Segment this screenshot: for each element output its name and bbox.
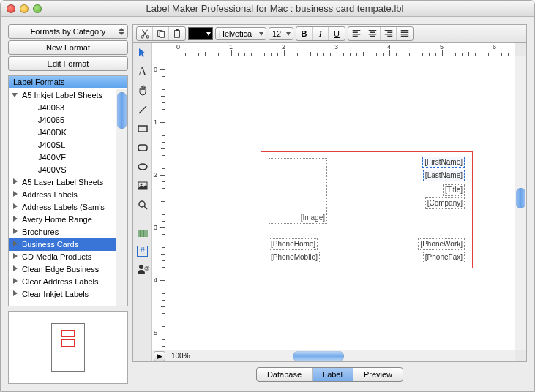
align-center-button[interactable] (364, 27, 381, 40)
edit-format-button[interactable]: Edit Format (8, 56, 128, 71)
ruler-corner (152, 43, 165, 56)
tree-item-label: Business Cards (22, 240, 78, 249)
new-format-button[interactable]: New Format (8, 40, 128, 55)
hand-tool[interactable] (136, 84, 149, 97)
oval-tool[interactable] (136, 160, 149, 173)
formats-by-category-dropdown[interactable]: Formats by Category (8, 24, 128, 39)
svg-line-13 (144, 206, 147, 209)
text-tool[interactable]: A (136, 65, 149, 78)
right-panel: Helvetica 12 B I U A (132, 24, 527, 384)
canvas[interactable]: [Image] [PhoneHome][PhoneMobile][FirstNa… (165, 56, 515, 350)
tree-item[interactable]: J40063 (9, 102, 116, 114)
font-select[interactable]: Helvetica (215, 27, 266, 40)
text-toolbar: Helvetica 12 B I U (132, 24, 527, 43)
tree-item-label: Brochures (22, 227, 59, 236)
tab-preview[interactable]: Preview (353, 368, 403, 381)
tree-item[interactable]: Business Cards (9, 238, 116, 251)
barcode-tool[interactable] (136, 227, 149, 240)
pointer-tool[interactable] (136, 46, 149, 59)
tree-item[interactable]: J40065 (9, 114, 116, 127)
hscroll-thumb[interactable] (293, 351, 344, 361)
canvas-wrap: 0123456 012345 [Image] [PhoneHome][Phone… (152, 43, 526, 361)
tab-database[interactable]: Database (257, 368, 313, 381)
tree-item[interactable]: J400DK (9, 127, 116, 139)
tree-item[interactable]: J400VF (9, 151, 116, 164)
align-justify-button[interactable] (397, 27, 413, 40)
tree-item[interactable]: Address Labels (9, 189, 116, 201)
tree-item[interactable]: CD Media Products (9, 251, 116, 263)
window-title: Label Maker Professional for Mac : busin… (50, 3, 528, 14)
hscroll-track[interactable] (198, 351, 512, 361)
tree-item-label: Clear Inkjet Labels (22, 290, 89, 298)
minimize-icon[interactable] (20, 4, 29, 13)
underline-button[interactable]: U (329, 27, 345, 40)
roundrect-tool[interactable] (136, 141, 149, 154)
merge-field[interactable]: [PhoneHome] (269, 238, 318, 250)
tree-item[interactable]: Clear Address Labels (9, 276, 116, 288)
left-panel: Formats by Category New Format Edit Form… (8, 24, 128, 384)
tree-item[interactable]: J400SL (9, 139, 116, 151)
serial-tool[interactable]: # (137, 246, 148, 257)
zoom-mode-button[interactable]: ▶ (154, 351, 165, 361)
copy-button[interactable] (153, 27, 169, 40)
svg-rect-8 (138, 145, 147, 151)
ruler-vertical: 012345 (152, 56, 165, 361)
style-group: B I U (296, 26, 345, 41)
paste-button[interactable] (169, 27, 185, 40)
label-card[interactable]: [Image] [PhoneHome][PhoneMobile][FirstNa… (261, 151, 473, 268)
tree-item[interactable]: Clean Edge Business (9, 263, 116, 276)
contact-tool[interactable]: @ (136, 263, 149, 276)
image-tool[interactable] (136, 179, 149, 192)
close-icon[interactable] (7, 4, 15, 13)
merge-field[interactable]: [FirstName] (422, 157, 465, 168)
scrollbar-thumb[interactable] (117, 92, 127, 129)
magnify-tool[interactable] (136, 198, 149, 211)
align-group (348, 26, 414, 41)
window-controls (7, 4, 42, 13)
zoom-icon[interactable] (33, 4, 42, 13)
svg-rect-5 (176, 29, 179, 31)
align-right-button[interactable] (381, 27, 397, 40)
tree-item[interactable]: Avery Home Range (9, 214, 116, 226)
tree-item[interactable]: Brochures (9, 226, 116, 238)
align-left-button[interactable] (348, 27, 364, 40)
content: Formats by Category New Format Edit Form… (1, 17, 534, 391)
tree-item[interactable]: Clear Inkjet Labels (9, 288, 116, 301)
image-placeholder[interactable]: [Image] (269, 158, 327, 224)
canvas-row: 012345 [Image] [PhoneHome][PhoneMobile][… (152, 56, 526, 361)
app-window: Label Maker Professional for Mac : busin… (0, 0, 535, 392)
italic-button[interactable]: I (313, 27, 329, 40)
svg-line-6 (139, 106, 146, 113)
tree-item-label: Clean Edge Business (22, 265, 99, 274)
merge-field[interactable]: [LastName] (423, 170, 465, 181)
vscroll-thumb[interactable] (516, 188, 525, 208)
tree-header: Label Formats (9, 76, 127, 88)
rect-tool[interactable] (136, 122, 149, 135)
formats-tree: Label Formats A5 Inkjet Label SheetsJ400… (8, 75, 128, 306)
tab-label[interactable]: Label (313, 368, 353, 381)
merge-field[interactable]: [Title] (443, 184, 465, 196)
merge-field[interactable]: [PhoneFax] (423, 252, 465, 263)
tree-item[interactable]: J400VS (9, 164, 116, 176)
tree-item[interactable]: A5 Laser Label Sheets (9, 176, 116, 189)
format-preview (8, 311, 128, 384)
merge-field[interactable]: [PhoneWork] (418, 238, 465, 250)
merge-field[interactable]: [PhoneMobile] (269, 252, 320, 263)
preview-thumbnail (51, 323, 85, 372)
tool-strip: A # @ (133, 43, 152, 361)
canvas-hscroll[interactable]: ▶ 100% (152, 350, 515, 361)
merge-field[interactable]: [Company] (425, 197, 465, 209)
tree-item-label: Address Labels (22, 190, 78, 199)
tree-item-label: Address Labels (Sam's (22, 203, 105, 211)
tree-item-label: J40065 (38, 116, 64, 124)
tree-item[interactable]: Address Labels (Sam's (9, 201, 116, 214)
bold-button[interactable]: B (296, 27, 313, 40)
color-picker[interactable] (188, 27, 213, 40)
tree-scrollbar[interactable] (116, 89, 127, 306)
line-tool[interactable] (136, 103, 149, 116)
font-size-select[interactable]: 12 (269, 27, 293, 40)
tree-item[interactable]: A5 Inkjet Label Sheets (9, 89, 116, 102)
cut-button[interactable] (137, 27, 153, 40)
view-tabs: Database Label Preview (132, 365, 527, 384)
canvas-vscroll[interactable] (515, 56, 526, 350)
